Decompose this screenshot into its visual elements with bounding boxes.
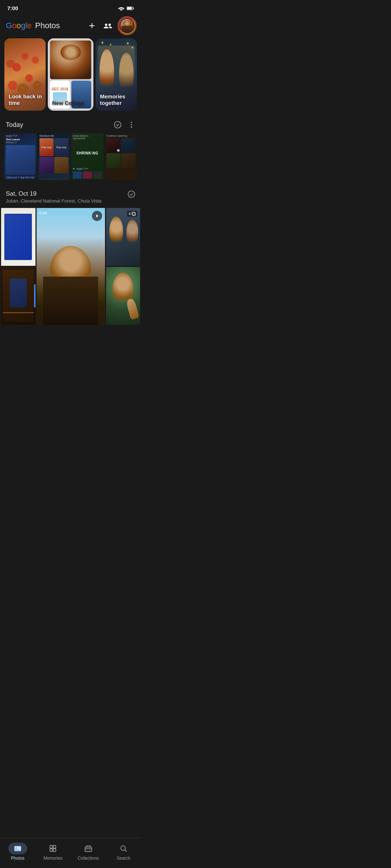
status-icons — [118, 6, 134, 11]
svg-rect-16 — [50, 849, 52, 851]
nav-memories[interactable]: Memories — [35, 841, 71, 862]
play-button[interactable] — [92, 211, 102, 221]
svg-rect-1 — [133, 7, 134, 9]
date-section-header: Sat, Oct 19 Julian, Cleveland National F… — [0, 187, 141, 208]
nav-collections-label: Collections — [77, 856, 99, 861]
multi-badge: 4 — [127, 211, 137, 217]
nav-photos-label: Photos — [11, 856, 24, 861]
svg-rect-17 — [53, 849, 56, 851]
nav-search[interactable]: Search — [106, 841, 142, 862]
svg-rect-14 — [50, 846, 52, 848]
svg-point-5 — [114, 122, 121, 128]
video-time: 0:04 — [39, 211, 47, 215]
nav-photos[interactable]: Photos — [0, 841, 35, 862]
ad-card-4[interactable]: Continue watching — [105, 133, 137, 180]
svg-rect-18 — [85, 847, 92, 851]
photo-grid: 0:04 4 — [0, 208, 141, 325]
nav-memories-label: Memories — [43, 856, 63, 861]
memory-memories-together-label: Memories together — [100, 93, 137, 106]
search-icon-wrap — [114, 843, 133, 854]
app-logo: Google Photos — [6, 21, 60, 30]
svg-point-4 — [109, 24, 111, 26]
add-button[interactable] — [87, 21, 97, 31]
photo-2[interactable]: 0:04 — [37, 208, 105, 325]
memory-look-back[interactable]: Look back in time — [4, 38, 46, 111]
collections-icon — [84, 844, 92, 852]
status-time: 7:00 — [7, 5, 18, 11]
screenshots-row: Apple TV+ Ted Lasso Season 3 Start your … — [0, 133, 141, 187]
photos-icon — [14, 844, 22, 852]
date-subtitle: Julian, Cleveland National Forest, Chula… — [6, 198, 101, 204]
date-info: Sat, Oct 19 Julian, Cleveland National F… — [6, 190, 101, 204]
memory-new-collage-label: New Collage — [52, 100, 84, 106]
date-select-button[interactable] — [127, 190, 135, 200]
today-title: Today — [6, 121, 23, 129]
svg-rect-15 — [53, 846, 56, 848]
memories-row: Look back in time DEC 2018 — [0, 38, 141, 118]
collections-icon-wrap — [79, 843, 98, 854]
memory-memories-together[interactable]: Memories together — [96, 38, 137, 111]
photo-5[interactable] — [106, 267, 140, 325]
ad-card-2[interactable]: Standout hits Free trial Free trial — [38, 133, 70, 180]
svg-point-3 — [105, 24, 108, 26]
ad-card-1[interactable]: Apple TV+ Ted Lasso Season 3 Start your … — [4, 133, 37, 180]
photo-3[interactable]: 4 — [106, 208, 140, 266]
header: Google Photos — [0, 14, 141, 38]
blue-selection-bar — [34, 284, 35, 307]
search-icon — [119, 844, 127, 852]
nav-search-label: Search — [117, 856, 130, 861]
battery-icon — [127, 6, 134, 10]
ad-card-3[interactable]: Subscriptions - Sponsored SHRINKING + Ap… — [71, 133, 104, 180]
avatar — [120, 19, 134, 33]
collage-date: DEC 2018 — [51, 87, 68, 91]
memories-icon-wrap — [43, 843, 62, 854]
today-actions — [114, 121, 135, 129]
wifi-icon — [118, 6, 125, 11]
date-title: Sat, Oct 19 — [6, 190, 101, 197]
svg-point-6 — [131, 122, 132, 123]
memories-icon — [49, 844, 57, 852]
nav-collections[interactable]: Collections — [71, 841, 106, 862]
status-bar: 7:00 — [0, 0, 141, 14]
svg-point-8 — [131, 127, 132, 128]
today-section-header: Today — [0, 118, 141, 133]
bottom-nav: Photos Memories Collections — [0, 838, 141, 868]
photo-4[interactable] — [1, 267, 35, 325]
share-people-button[interactable] — [103, 21, 113, 31]
photos-icon-wrap — [8, 843, 27, 854]
avatar-button[interactable] — [119, 17, 135, 34]
select-check-button[interactable] — [114, 121, 122, 129]
svg-rect-2 — [127, 7, 132, 9]
memory-new-collage[interactable]: DEC 2018 New Collage — [48, 38, 93, 111]
svg-point-9 — [128, 191, 135, 197]
svg-point-7 — [131, 124, 132, 125]
more-options-button[interactable] — [127, 121, 135, 129]
header-actions — [87, 17, 135, 34]
memory-look-back-label: Look back in time — [9, 93, 46, 106]
svg-line-21 — [125, 850, 126, 851]
photo-1[interactable] — [1, 208, 35, 266]
